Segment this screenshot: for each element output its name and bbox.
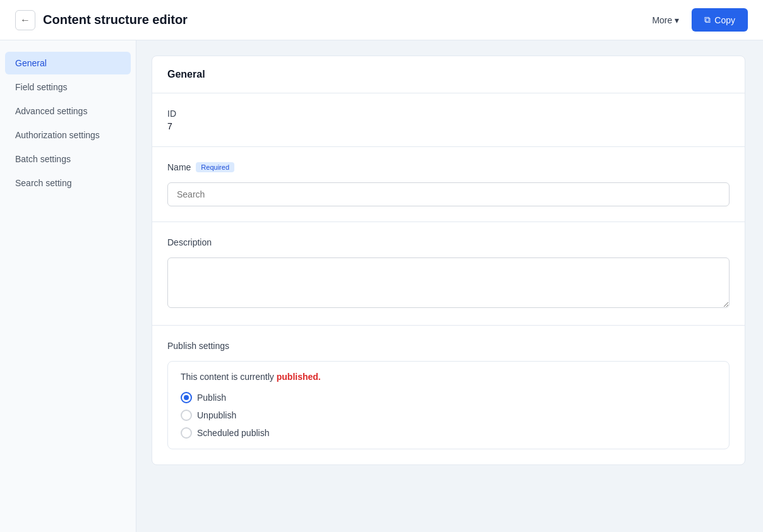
header: ← Content structure editor More ▾ ⧉ Copy: [0, 0, 763, 40]
copy-button[interactable]: ⧉ Copy: [692, 8, 748, 32]
radio-label-unpublish: Unpublish: [197, 410, 236, 420]
more-label: More: [652, 15, 672, 25]
sidebar-item-label: Search setting: [15, 178, 72, 188]
page-title: Content structure editor: [43, 13, 188, 27]
radio-group-publish: Publish Unpublish Scheduled publish: [181, 392, 716, 439]
id-field-section: ID 7: [152, 93, 745, 147]
radio-circle-unpublish: [181, 410, 192, 421]
sidebar-item-label: General: [15, 58, 47, 68]
radio-item-unpublish[interactable]: Unpublish: [181, 410, 716, 421]
publish-settings-section: Publish settings This content is current…: [152, 326, 745, 464]
copy-icon: ⧉: [704, 15, 711, 25]
publish-box: This content is currently published. Pub…: [167, 361, 730, 449]
section-header-general: General: [152, 56, 745, 93]
sidebar-item-authorization-settings[interactable]: Authorization settings: [5, 124, 131, 146]
back-icon: ←: [20, 15, 30, 26]
radio-circle-scheduled-publish: [181, 427, 192, 439]
publish-status-text: This content is currently published.: [181, 372, 716, 382]
main-content: General ID 7 Name Required Description: [136, 40, 763, 532]
header-left: ← Content structure editor: [15, 10, 188, 30]
content-card: General ID 7 Name Required Description: [152, 56, 745, 465]
radio-label-publish: Publish: [197, 393, 226, 403]
radio-circle-publish: [181, 392, 192, 403]
sidebar-item-label: Advanced settings: [15, 106, 87, 116]
sidebar-item-label: Field settings: [15, 82, 67, 92]
name-label: Name Required: [167, 162, 730, 172]
radio-item-scheduled-publish[interactable]: Scheduled publish: [181, 427, 716, 439]
sidebar: General Field settings Advanced settings…: [0, 40, 136, 532]
sidebar-item-batch-settings[interactable]: Batch settings: [5, 148, 131, 170]
section-title-general: General: [167, 69, 205, 80]
more-button[interactable]: More ▾: [644, 10, 687, 30]
sidebar-item-label: Authorization settings: [15, 130, 100, 140]
layout: General Field settings Advanced settings…: [0, 40, 763, 532]
chevron-down-icon: ▾: [675, 15, 679, 25]
name-input[interactable]: [167, 182, 730, 206]
radio-label-scheduled-publish: Scheduled publish: [197, 428, 269, 438]
description-label: Description: [167, 237, 730, 247]
sidebar-item-general[interactable]: General: [5, 52, 131, 74]
name-field-section: Name Required: [152, 147, 745, 222]
name-label-text: Name: [167, 162, 191, 172]
copy-label: Copy: [714, 15, 735, 25]
header-actions: More ▾ ⧉ Copy: [644, 8, 748, 32]
description-textarea[interactable]: [167, 257, 730, 308]
sidebar-item-label: Batch settings: [15, 154, 71, 164]
publish-section-title: Publish settings: [167, 341, 730, 351]
publish-status-word: published.: [277, 372, 321, 382]
required-badge: Required: [196, 162, 234, 172]
id-label: ID: [167, 109, 730, 119]
back-button[interactable]: ←: [15, 10, 35, 30]
description-field-section: Description: [152, 222, 745, 326]
sidebar-item-field-settings[interactable]: Field settings: [5, 76, 131, 98]
publish-status-prefix: This content is currently: [181, 372, 277, 382]
id-value: 7: [167, 121, 730, 131]
radio-item-publish[interactable]: Publish: [181, 392, 716, 403]
sidebar-item-advanced-settings[interactable]: Advanced settings: [5, 100, 131, 122]
sidebar-item-search-setting[interactable]: Search setting: [5, 172, 131, 194]
